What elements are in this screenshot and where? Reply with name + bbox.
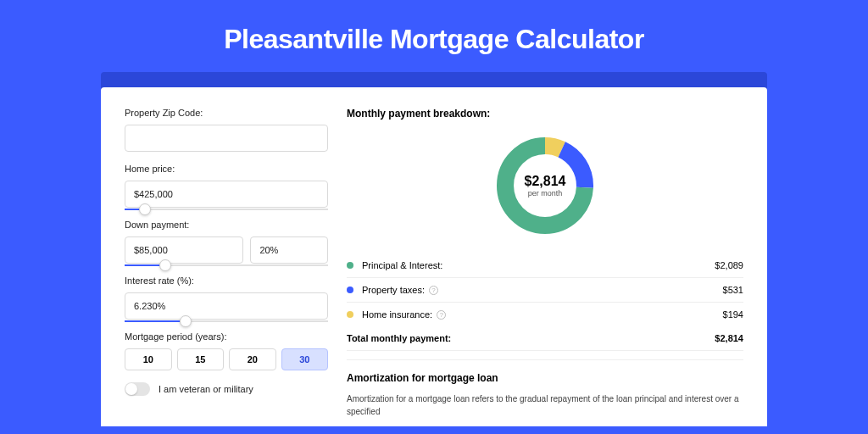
amortization-text: Amortization for a mortgage loan refers … xyxy=(347,392,743,418)
period-button-30[interactable]: 30 xyxy=(281,348,329,370)
home-price-input[interactable] xyxy=(125,181,328,208)
period-button-10[interactable]: 10 xyxy=(125,348,172,370)
breakdown-title: Monthly payment breakdown: xyxy=(347,108,743,120)
down-payment-field: Down payment: xyxy=(125,220,328,264)
interest-input[interactable] xyxy=(125,292,328,320)
legend-dot-icon xyxy=(347,262,353,269)
info-icon[interactable]: ? xyxy=(429,286,438,295)
legend-label: Property taxes:? xyxy=(362,285,723,295)
period-button-15[interactable]: 15 xyxy=(177,348,225,370)
down-payment-amount-input[interactable] xyxy=(125,236,243,264)
interest-label: Interest rate (%): xyxy=(125,275,328,286)
interest-field: Interest rate (%): xyxy=(125,275,328,320)
legend-dot-icon xyxy=(347,311,353,318)
legend-label: Principal & Interest: xyxy=(362,260,715,270)
page-title: Pleasantville Mortgage Calculator xyxy=(0,0,868,72)
down-payment-percent-input[interactable] xyxy=(250,236,328,264)
legend-row-2: Home insurance:?$194 xyxy=(347,303,743,326)
donut-amount: $2,814 xyxy=(525,174,566,189)
legend-label: Home insurance:? xyxy=(362,309,723,320)
legend-value: $194 xyxy=(723,309,743,320)
amortization-title: Amortization for mortgage loan xyxy=(347,372,743,384)
zip-field: Property Zip Code: xyxy=(125,108,328,152)
donut-sub: per month xyxy=(528,189,563,198)
home-price-field: Home price: xyxy=(125,164,328,208)
veteran-label: I am veteran or military xyxy=(159,384,253,394)
donut-center: $2,814 per month xyxy=(492,133,598,238)
donut-chart-wrap: $2,814 per month xyxy=(347,126,743,253)
veteran-row: I am veteran or military xyxy=(125,382,328,396)
amortization-section: Amortization for mortgage loan Amortizat… xyxy=(347,359,743,418)
donut-chart: $2,814 per month xyxy=(492,133,598,238)
breakdown-panel: Monthly payment breakdown: $2,814 per mo… xyxy=(347,108,743,426)
legend-value: $2,089 xyxy=(715,260,743,270)
down-payment-slider-thumb[interactable] xyxy=(159,259,171,271)
zip-input[interactable] xyxy=(125,125,328,152)
period-button-20[interactable]: 20 xyxy=(229,348,276,370)
veteran-toggle[interactable] xyxy=(125,382,150,396)
legend-total-value: $2,814 xyxy=(715,333,743,343)
home-price-slider-thumb[interactable] xyxy=(139,203,151,215)
interest-slider-fill xyxy=(125,320,186,322)
info-icon[interactable]: ? xyxy=(437,310,446,320)
legend-value: $531 xyxy=(723,285,743,295)
zip-label: Property Zip Code: xyxy=(125,108,328,118)
calculator-card: Property Zip Code: Home price: Down paym… xyxy=(101,87,767,426)
interest-slider-thumb[interactable] xyxy=(180,315,192,327)
home-price-label: Home price: xyxy=(125,164,328,174)
home-price-slider-track[interactable] xyxy=(125,209,328,210)
legend-row-0: Principal & Interest:$2,089 xyxy=(347,253,743,278)
legend-total-label: Total monthly payment: xyxy=(347,333,715,343)
legend-row-1: Property taxes:?$531 xyxy=(347,278,743,303)
calculator-frame: Property Zip Code: Home price: Down paym… xyxy=(101,72,767,426)
legend-dot-icon xyxy=(347,287,353,293)
period-field: Mortgage period (years): 10152030 xyxy=(125,331,328,370)
inputs-panel: Property Zip Code: Home price: Down paym… xyxy=(125,108,328,426)
period-label: Mortgage period (years): xyxy=(125,331,328,342)
legend-total-row: Total monthly payment: $2,814 xyxy=(347,326,743,351)
down-payment-label: Down payment: xyxy=(125,220,328,230)
